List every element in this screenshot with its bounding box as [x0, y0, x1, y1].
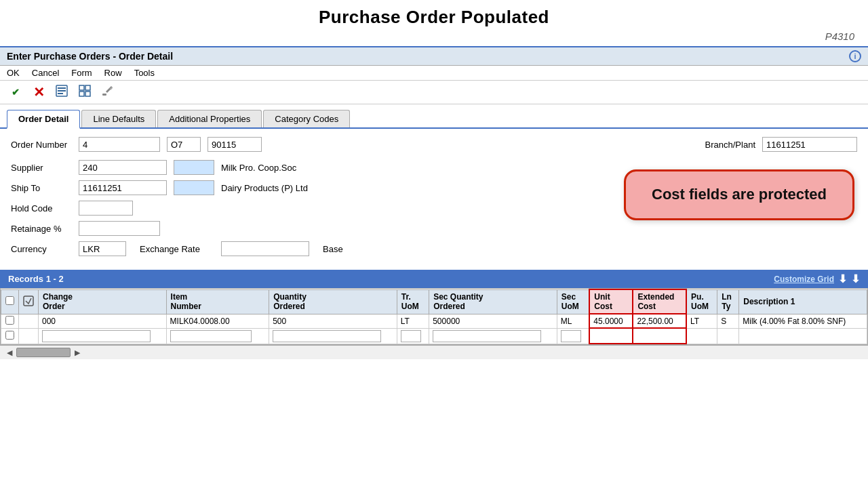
menu-cancel[interactable]: Cancel	[32, 68, 59, 78]
tools-icon	[101, 84, 115, 100]
row1-extended-cost: 22,500.00	[633, 314, 686, 328]
exchange-rate-input[interactable]	[221, 241, 309, 256]
branch-plant-input[interactable]	[762, 137, 857, 152]
col-header-sec-uom: SecUoM	[557, 289, 589, 314]
form-icon	[55, 84, 68, 100]
row2-checkbox-cell	[1, 328, 19, 344]
ship-to-extra-input[interactable]	[174, 180, 214, 195]
cancel-icon: ✕	[33, 84, 45, 100]
svg-rect-3	[58, 93, 63, 94]
download-icon-1[interactable]: ⬇	[838, 272, 847, 285]
row2-tr-uom	[397, 328, 429, 344]
tab-line-defaults[interactable]: Line Defaults	[81, 110, 156, 127]
currency-row: Currency Exchange Rate Base	[11, 241, 857, 256]
ok-icon: ✔	[12, 87, 20, 98]
row2-change-order-input[interactable]	[42, 330, 151, 342]
order-number-2[interactable]	[167, 137, 201, 152]
menu-tools[interactable]: Tools	[134, 68, 155, 78]
table-row: 000 MILK04.0008.00 500 LT 500000 ML 45.0…	[1, 314, 867, 328]
records-count: Records 1 - 2	[8, 274, 64, 284]
ship-to-name-display: Dairy Products (P) Ltd	[221, 183, 308, 193]
table-row	[1, 328, 867, 344]
retainage-label: Retainage %	[11, 224, 72, 234]
row2-tr-uom-input[interactable]	[401, 330, 421, 342]
row1-unit-cost: 45.0000	[589, 314, 633, 328]
retainage-input[interactable]	[79, 221, 160, 236]
svg-rect-5	[85, 85, 90, 90]
scroll-area: ◀ ▶	[0, 345, 868, 359]
row1-change-order: 000	[39, 314, 167, 328]
toolbar: ✔ ✕	[0, 81, 868, 104]
base-label: Base	[323, 244, 384, 254]
p4310-label: P4310	[0, 30, 868, 46]
col-header-tr-uom: Tr.UoM	[397, 289, 429, 314]
col-header-select	[1, 289, 19, 314]
order-number-label: Order Number	[11, 140, 72, 150]
row2-sec-uom-input[interactable]	[561, 330, 581, 342]
order-number-1[interactable]	[79, 137, 160, 152]
col-header-ln-ty: LnTy	[717, 289, 739, 314]
row1-desc1: Milk (4.00% Fat 8.00% SNF)	[739, 314, 867, 328]
row2-sec-qty-input[interactable]	[433, 330, 541, 342]
ok-toolbar-icon[interactable]: ✔	[7, 83, 24, 101]
row2-checkbox[interactable]	[5, 331, 14, 340]
customize-grid-label[interactable]: Customize Grid	[774, 274, 834, 284]
cost-callout: Cost fields are protected	[624, 169, 854, 220]
svg-rect-8	[102, 94, 106, 96]
row2-unit-cost	[589, 328, 633, 344]
order-number-3[interactable]	[208, 137, 262, 152]
col-header-sec-qty: Sec QuantityOrdered	[429, 289, 557, 314]
menu-ok[interactable]: OK	[7, 68, 20, 78]
download-icon-2[interactable]: ⬇	[851, 272, 860, 285]
form-toolbar-icon[interactable]	[53, 83, 71, 101]
supplier-code-input[interactable]	[79, 160, 167, 175]
row1-checkbox-cell	[1, 314, 19, 328]
branch-plant-label: Branch/Plant	[694, 140, 755, 150]
select-all-checkbox[interactable]	[5, 296, 14, 305]
row2-qty-input[interactable]	[273, 330, 381, 342]
svg-rect-6	[79, 92, 84, 96]
row1-pu-uom: LT	[686, 314, 717, 328]
data-grid: ChangeOrder ItemNumber QuantityOrdered T…	[1, 289, 867, 344]
ship-to-input[interactable]	[79, 180, 167, 195]
scroll-right[interactable]: ▶	[75, 348, 80, 357]
supplier-extra-input[interactable]	[174, 160, 214, 175]
row-toolbar-icon[interactable]	[76, 83, 94, 101]
form-title-bar: Enter Purchase Orders - Order Detail i	[0, 46, 868, 66]
scroll-thumb[interactable]	[16, 348, 71, 357]
row1-sec-uom: ML	[557, 314, 589, 328]
row1-sec-qty: 500000	[429, 314, 557, 328]
row2-change-order	[39, 328, 167, 344]
currency-input[interactable]	[79, 241, 126, 256]
row1-qty-ordered: 500	[269, 314, 397, 328]
scroll-left[interactable]: ◀	[7, 348, 12, 357]
col-header-desc1: Description 1	[739, 289, 867, 314]
tab-additional-properties[interactable]: Additional Properties	[157, 110, 262, 127]
retainage-row: Retainage %	[11, 221, 857, 236]
tab-category-codes[interactable]: Category Codes	[263, 110, 350, 127]
row1-ln-ty: S	[717, 314, 739, 328]
row2-item-input[interactable]	[170, 330, 252, 342]
grid-container: ChangeOrder ItemNumber QuantityOrdered T…	[0, 288, 868, 345]
hold-code-input[interactable]	[79, 201, 133, 216]
currency-label: Currency	[11, 244, 72, 254]
info-icon[interactable]: i	[849, 50, 861, 62]
col-header-item-number: ItemNumber	[166, 289, 269, 314]
cost-callout-text: Cost fields are protected	[652, 186, 827, 203]
row2-icon-cell	[19, 328, 39, 344]
menu-row[interactable]: Row	[104, 68, 122, 78]
supplier-name-display: Milk Pro. Coop.Soc	[221, 163, 296, 173]
menu-form[interactable]: Form	[71, 68, 92, 78]
supplier-label: Supplier	[11, 163, 72, 173]
svg-rect-1	[58, 87, 66, 89]
row1-tr-uom: LT	[397, 314, 429, 328]
row1-checkbox[interactable]	[5, 316, 14, 325]
row2-desc1	[739, 328, 867, 344]
menu-bar: OK Cancel Form Row Tools	[0, 66, 868, 81]
row2-item-number	[166, 328, 269, 344]
tab-order-detail[interactable]: Order Detail	[7, 110, 80, 129]
grid-icon	[78, 84, 92, 100]
col-header-qty-ordered: QuantityOrdered	[269, 289, 397, 314]
tools-toolbar-icon[interactable]	[99, 83, 117, 101]
cancel-toolbar-icon[interactable]: ✕	[30, 83, 47, 101]
